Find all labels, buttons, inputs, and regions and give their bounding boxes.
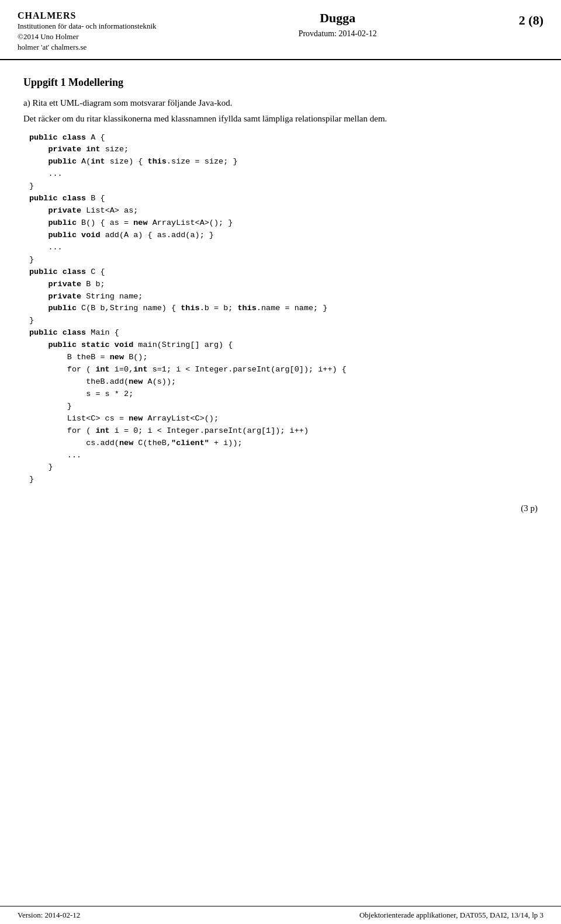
provdatum: Provdatum: 2014-02-12 [299,29,377,39]
task-part-a: a) Rita ett UML-diagram som motsvarar fö… [23,98,538,108]
footer: Version: 2014-02-12 Objektorienterade ap… [0,906,561,924]
task-desc: Det räcker om du ritar klassikonerna med… [23,114,538,124]
header-center: Dugga Provdatum: 2014-02-12 [299,11,377,39]
main-content: Uppgift 1 Modellering a) Rita ett UML-di… [0,60,561,561]
task-title: Uppgift 1 Modellering [23,77,538,89]
page-number: 2 (8) [519,11,543,28]
institution-line2: ©2014 Uno Holmer [18,32,157,42]
points-badge: (3 p) [23,503,538,513]
footer-course: Objektorienterade applikationer, DAT055,… [359,911,543,920]
header-left: CHALMERS Institutionen för data- och inf… [18,11,157,53]
institution-line3: holmer 'at' chalmers.se [18,42,157,53]
dugga-title: Dugga [320,11,355,26]
code-block: public class A { private int size; publi… [29,132,538,487]
header: CHALMERS Institutionen för data- och inf… [0,0,561,60]
institution-line1: Institutionen för data- och informations… [18,21,157,32]
page: CHALMERS Institutionen för data- och inf… [0,0,561,924]
chalmers-title: CHALMERS [18,11,157,21]
footer-version: Version: 2014-02-12 [18,911,80,920]
